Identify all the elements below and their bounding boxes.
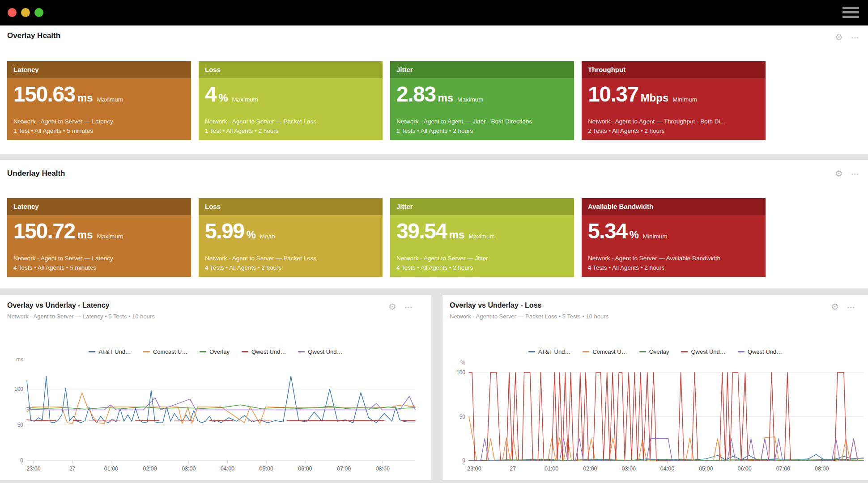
kpi-value: 39.54 [396, 220, 447, 242]
x-axis-tick-label: 04:00 [660, 466, 674, 472]
kpi-stat-label: Maximum [97, 233, 123, 240]
x-axis-tick-label: 07:00 [776, 466, 790, 472]
kpi-card-title: Jitter [390, 61, 574, 78]
kpi-card-title: Latency [7, 198, 191, 215]
x-axis-tick-label: 23:00 [26, 466, 40, 472]
kpi-card-underlay-loss[interactable]: Loss 5.99 % Mean Network - Agent to Serv… [199, 198, 383, 277]
kpi-card-title: Latency [7, 61, 191, 78]
close-window-button[interactable] [8, 8, 17, 17]
y-axis-tick-label: 0 [462, 458, 465, 464]
section-title: Underlay Health [7, 169, 65, 178]
kpi-unit: % [629, 229, 638, 240]
y-axis-tick-label: 100 [456, 369, 465, 376]
y-axis-tick-label: 50 [460, 414, 466, 420]
loss-line-chart[interactable]: 050100%23:002701:0002:0003:0004:0005:000… [443, 295, 868, 480]
kpi-card-overlay-loss[interactable]: Loss 4 % Maximum Network - Agent to Serv… [199, 61, 383, 140]
kpi-value: 5.34 [588, 220, 627, 242]
kpi-card-title: Jitter [390, 198, 574, 215]
x-axis-tick-label: 07:00 [337, 466, 351, 472]
kpi-metric-description: Network - Agent to Server — Available Ba… [588, 255, 759, 262]
kpi-card-title: Loss [199, 198, 383, 215]
zoom-window-button[interactable] [34, 8, 43, 17]
chart-panel-latency: Overlay vs Underlay - Latency Network - … [0, 295, 431, 480]
kpi-test-summary: 2 Tests • All Agents • 2 hours [588, 127, 759, 134]
kpi-card-overlay-jitter[interactable]: Jitter 2.83 ms Maximum Network - Agent t… [390, 61, 574, 140]
kpi-card-underlay-latency[interactable]: Latency 150.72 ms Maximum Network - Agen… [7, 198, 191, 277]
x-axis-tick-label: 02:00 [143, 466, 157, 472]
kpi-card-title: Available Bandwidth [582, 198, 766, 215]
x-axis-tick-label: 08:00 [815, 466, 829, 472]
settings-gear-icon[interactable]: ⚙ [835, 33, 843, 42]
kpi-value: 10.37 [588, 84, 638, 105]
kpi-value: 150.72 [13, 220, 75, 242]
kpi-unit: % [246, 229, 255, 240]
kpi-test-summary: 4 Tests • All Agents • 5 minutes [13, 264, 185, 271]
kpi-test-summary: 4 Tests • All Agents • 2 hours [396, 264, 568, 271]
kpi-unit: ms [438, 93, 453, 103]
kpi-value: 150.63 [13, 84, 75, 105]
kpi-card-underlay-bandwidth[interactable]: Available Bandwidth 5.34 % Minimum Netwo… [582, 198, 766, 277]
chart-series-line [469, 439, 864, 461]
x-axis-tick-label: 27 [510, 466, 516, 472]
kpi-stat-label: Maximum [468, 233, 495, 240]
y-axis-tick-label: 0 [20, 458, 23, 464]
kpi-test-summary: 1 Test • All Agents • 5 minutes [13, 127, 185, 134]
kpi-value: 2.83 [396, 84, 435, 105]
kpi-stat-label: Minimum [643, 233, 668, 240]
kpi-unit: % [218, 93, 228, 103]
y-axis-tick-label: 100 [14, 386, 23, 392]
kpi-metric-description: Network - Agent to Server — Packet Loss [205, 118, 376, 125]
window-title-bar [0, 0, 868, 25]
kpi-metric-description: Network - Agent to Server — Latency [13, 255, 185, 262]
x-axis-tick-label: 03:00 [622, 466, 636, 472]
kpi-stat-label: Maximum [97, 96, 123, 103]
kpi-unit: ms [77, 93, 93, 103]
chart-panel-loss: Overlay vs Underlay - Loss Network - Age… [443, 295, 868, 480]
kpi-metric-description: Network - Agent to Agent — Throughput - … [588, 118, 759, 125]
minimize-window-button[interactable] [21, 8, 30, 17]
x-axis-tick-label: 23:00 [467, 466, 481, 472]
x-axis-tick-label: 05:00 [699, 466, 713, 472]
kpi-test-summary: 4 Tests • All Agents • 2 hours [205, 264, 376, 271]
kpi-card-title: Throughput [582, 61, 766, 78]
hamburger-menu-icon[interactable] [842, 7, 859, 19]
kpi-stat-label: Minimum [672, 96, 697, 103]
settings-gear-icon[interactable]: ⚙ [835, 169, 843, 178]
x-axis-tick-label: 03:00 [182, 466, 196, 472]
x-axis-tick-label: 01:00 [545, 466, 558, 472]
kpi-value: 5.99 [205, 220, 244, 242]
more-options-icon[interactable]: ••• [851, 35, 859, 40]
kpi-unit: Mbps [641, 93, 669, 103]
x-axis-tick-label: 05:00 [260, 466, 273, 472]
x-axis-tick-label: 06:00 [737, 466, 751, 472]
x-axis-tick-label: 01:00 [104, 466, 118, 472]
kpi-unit: ms [77, 229, 93, 240]
kpi-card-overlay-throughput[interactable]: Throughput 10.37 Mbps Minimum Network - … [582, 61, 766, 140]
kpi-unit: ms [449, 229, 465, 240]
section-overlay-health: Overlay Health ⚙ ••• Latency 150.63 ms M… [0, 25, 868, 154]
x-axis-tick-label: 27 [69, 466, 76, 472]
kpi-card-underlay-jitter[interactable]: Jitter 39.54 ms Maximum Network - Agent … [390, 198, 574, 277]
kpi-metric-description: Network - Agent to Server — Packet Loss [205, 255, 376, 262]
x-axis-tick-label: 02:00 [583, 466, 597, 472]
latency-line-chart[interactable]: 050100ms23:002701:0002:0003:0004:0005:00… [0, 295, 431, 480]
kpi-value: 4 [205, 84, 216, 105]
x-axis-tick-label: 04:00 [221, 466, 234, 472]
kpi-card-overlay-latency[interactable]: Latency 150.63 ms Maximum Network - Agen… [7, 61, 191, 140]
chart-series-line [27, 376, 415, 423]
kpi-metric-description: Network - Agent to Agent — Jitter - Both… [396, 118, 568, 125]
kpi-metric-description: Network - Agent to Server — Latency [13, 118, 185, 125]
kpi-metric-description: Network - Agent to Server — Jitter [396, 255, 568, 262]
y-axis-tick-label: 50 [17, 422, 24, 428]
kpi-test-summary: 2 Tests • All Agents • 2 hours [396, 127, 568, 134]
section-title: Overlay Health [7, 31, 60, 40]
kpi-test-summary: 4 Tests • All Agents • 2 hours [588, 264, 759, 271]
section-underlay-health: Underlay Health ⚙ ••• Latency 150.72 ms … [0, 160, 868, 288]
y-axis-unit-label: % [460, 360, 465, 366]
x-axis-tick-label: 06:00 [298, 466, 312, 472]
y-axis-unit-label: ms [16, 356, 23, 363]
kpi-card-title: Loss [199, 61, 383, 78]
kpi-stat-label: Maximum [457, 96, 484, 103]
kpi-stat-label: Maximum [232, 96, 259, 103]
more-options-icon[interactable]: ••• [851, 172, 859, 177]
